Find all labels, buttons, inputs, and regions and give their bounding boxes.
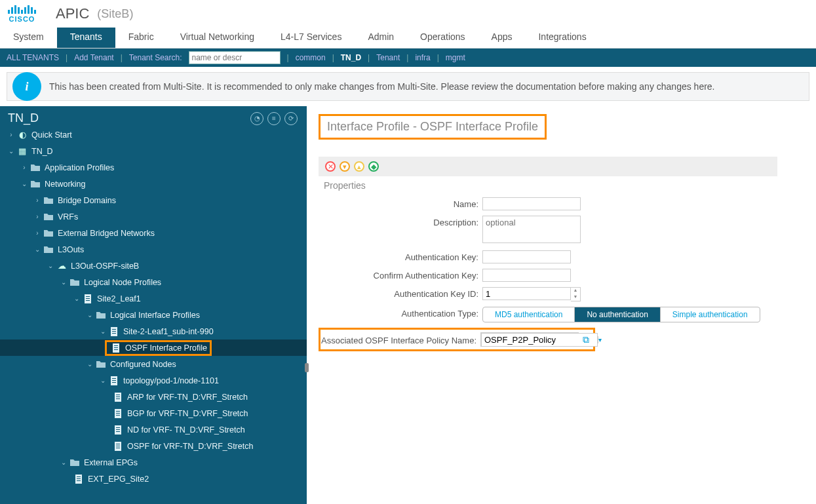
authkey-label: Authentication Key: bbox=[319, 250, 482, 262]
tree-l3outs[interactable]: ⌄ L3Outs bbox=[0, 241, 307, 258]
chevron-down-icon: ⌄ bbox=[7, 147, 16, 155]
assoc-policy-select[interactable]: ▾ bbox=[480, 332, 579, 347]
tree-topology-node[interactable]: ⌄ topology/pod-1/node-1101 bbox=[0, 372, 307, 389]
fault-minor-icon[interactable]: ▴ bbox=[354, 161, 364, 172]
tenant-link-common[interactable]: common bbox=[296, 53, 326, 62]
svg-rect-26 bbox=[116, 429, 120, 430]
description-input[interactable] bbox=[482, 216, 581, 243]
svg-rect-13 bbox=[112, 378, 116, 379]
chevron-right-icon: › bbox=[33, 213, 42, 220]
authkey-input[interactable] bbox=[482, 250, 571, 263]
nav-l4l7[interactable]: L4-L7 Services bbox=[267, 28, 355, 48]
nav-admin[interactable]: Admin bbox=[355, 28, 407, 48]
add-tenant-link[interactable]: Add Tenant bbox=[74, 53, 114, 62]
all-tenants-link[interactable]: ALL TENANTS bbox=[7, 53, 59, 62]
tree-ospf-interface-profile[interactable]: OSPF Interface Profile bbox=[0, 339, 307, 356]
chevron-down-icon[interactable]: ▾ bbox=[598, 336, 602, 343]
step-down-icon[interactable]: ▼ bbox=[571, 294, 580, 301]
chevron-right-icon: › bbox=[33, 197, 42, 204]
tree-logical-node-profiles[interactable]: ⌄ Logical Node Profiles bbox=[0, 274, 307, 290]
authtype-button-group: MD5 authentication No authentication Sim… bbox=[482, 307, 760, 322]
authtype-md5[interactable]: MD5 authentication bbox=[483, 307, 574, 322]
nav-fabric[interactable]: Fabric bbox=[115, 28, 167, 48]
chevron-down-icon: ⌄ bbox=[20, 180, 29, 187]
assoc-policy-input[interactable] bbox=[481, 333, 598, 347]
doc-icon bbox=[113, 408, 123, 419]
svg-rect-33 bbox=[77, 476, 81, 477]
sidebar-action-2[interactable]: ≡ bbox=[267, 112, 281, 125]
cisco-logo: CISCO bbox=[8, 5, 36, 23]
pane-splitter[interactable] bbox=[305, 363, 309, 372]
tree-label: Bridge Domains bbox=[58, 196, 116, 205]
nav-virtual-networking[interactable]: Virtual Networking bbox=[167, 28, 267, 48]
tree-external-epgs[interactable]: ⌄ External EPGs bbox=[0, 454, 307, 471]
svg-rect-35 bbox=[77, 480, 81, 481]
sidebar-action-3[interactable]: ⟳ bbox=[284, 112, 298, 125]
svg-rect-14 bbox=[112, 380, 116, 381]
name-input[interactable] bbox=[482, 197, 581, 210]
tree-tenant-root[interactable]: ⌄ ▦ TN_D bbox=[0, 143, 307, 159]
tree-subint-990[interactable]: ⌄ Site-2-Leaf1_sub-int-990 bbox=[0, 323, 307, 339]
authtype-simple[interactable]: Simple authentication bbox=[660, 307, 760, 322]
tree-label: Logical Interface Profiles bbox=[110, 311, 200, 320]
chevron-down-icon: ⌄ bbox=[59, 459, 68, 466]
tenant-icon: ▦ bbox=[17, 146, 28, 157]
tree-label: OSPF Interface Profile bbox=[125, 343, 207, 353]
fault-major-icon[interactable]: ▾ bbox=[340, 161, 350, 172]
tree-networking[interactable]: ⌄ Networking bbox=[0, 176, 307, 192]
tree-app-profiles[interactable]: › Application Profiles bbox=[0, 159, 307, 176]
properties-form: Name: Description: Authentication Key: C… bbox=[319, 197, 804, 351]
tree-label: ARP for VRF-TN_D:VRF_Stretch bbox=[127, 393, 248, 402]
tree-ext-epg-site2[interactable]: EXT_EPG_Site2 bbox=[0, 471, 307, 487]
svg-rect-5 bbox=[112, 329, 116, 330]
tree-label: OSPF for VRF-TN_D:VRF_Stretch bbox=[127, 442, 253, 451]
tree-label: VRFs bbox=[58, 212, 78, 222]
svg-rect-19 bbox=[116, 398, 120, 399]
tree-l3out-ospf-siteb[interactable]: ⌄ ☁ L3Out-OSPF-siteB bbox=[0, 258, 307, 274]
tenant-link-mgmt[interactable]: mgmt bbox=[446, 53, 465, 62]
sidebar-action-1[interactable]: ◔ bbox=[250, 112, 263, 125]
fault-warning-icon[interactable]: ◆ bbox=[368, 161, 379, 172]
tree-ext-bridged[interactable]: › External Bridged Networks bbox=[0, 225, 307, 241]
nav-integrations[interactable]: Integrations bbox=[525, 28, 599, 48]
tree-label: Site2_Leaf1 bbox=[97, 294, 141, 303]
content-title: Interface Profile - OSPF Interface Profi… bbox=[327, 120, 538, 134]
tree-ospf-vrf[interactable]: OSPF for VRF-TN_D:VRF_Stretch bbox=[0, 438, 307, 454]
tree-bridge-domains[interactable]: › Bridge Domains bbox=[0, 192, 307, 208]
chevron-down-icon: ⌄ bbox=[46, 262, 55, 269]
svg-rect-29 bbox=[116, 444, 120, 444]
folder-icon bbox=[43, 195, 54, 206]
tree-site2-leaf1[interactable]: ⌄ Site2_Leaf1 bbox=[0, 290, 307, 307]
folder-icon bbox=[69, 277, 80, 288]
tree-vrfs[interactable]: › VRFs bbox=[0, 208, 307, 225]
tree-label: Quick Start bbox=[31, 130, 72, 140]
nav-apps[interactable]: Apps bbox=[478, 28, 526, 48]
confirm-authkey-input[interactable] bbox=[482, 269, 571, 282]
chevron-down-icon: ⌄ bbox=[98, 377, 107, 384]
doc-icon bbox=[73, 474, 84, 484]
authtype-none[interactable]: No authentication bbox=[574, 307, 659, 322]
tenant-link-infra[interactable]: infra bbox=[415, 53, 430, 62]
tenant-link-tenant[interactable]: Tenant bbox=[376, 53, 400, 62]
svg-rect-27 bbox=[116, 431, 120, 432]
tree-configured-nodes[interactable]: ⌄ Configured Nodes bbox=[0, 356, 307, 372]
fault-critical-icon[interactable]: ✕ bbox=[325, 161, 336, 172]
tree-quick-start[interactable]: › ◐ Quick Start bbox=[0, 126, 307, 143]
open-policy-icon[interactable]: ⧉ bbox=[583, 334, 589, 345]
svg-rect-15 bbox=[112, 382, 116, 383]
step-up-icon[interactable]: ▲ bbox=[571, 288, 580, 294]
svg-rect-11 bbox=[114, 349, 118, 350]
doc-icon bbox=[113, 425, 123, 435]
tree-arp-vrf[interactable]: ARP for VRF-TN_D:VRF_Stretch bbox=[0, 389, 307, 405]
tenant-search-input[interactable] bbox=[189, 51, 281, 64]
authkeyid-input[interactable] bbox=[482, 287, 571, 300]
nav-tenants[interactable]: Tenants bbox=[57, 28, 115, 48]
svg-rect-3 bbox=[86, 300, 90, 301]
tenant-link-tnd[interactable]: TN_D bbox=[341, 53, 361, 62]
authkeyid-stepper[interactable]: ▲ ▼ bbox=[482, 287, 581, 301]
tree-logical-interface-profiles[interactable]: ⌄ Logical Interface Profiles bbox=[0, 307, 307, 323]
tree-bgp-vrf[interactable]: BGP for VRF-TN_D:VRF_Stretch bbox=[0, 405, 307, 421]
nav-system[interactable]: System bbox=[0, 28, 57, 48]
tree-nd-vrf[interactable]: ND for VRF- TN_D:VRF_Stretch bbox=[0, 421, 307, 438]
nav-operations[interactable]: Operations bbox=[407, 28, 478, 48]
